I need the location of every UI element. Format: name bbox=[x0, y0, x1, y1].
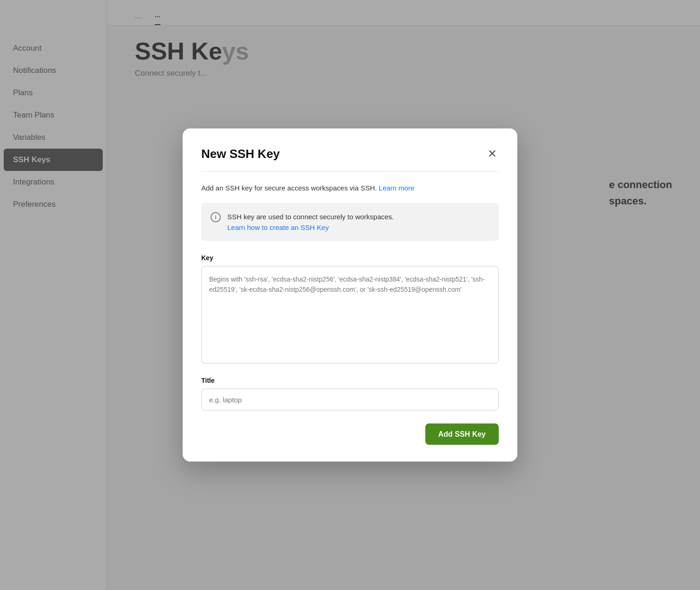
info-icon: i bbox=[211, 212, 221, 222]
modal-title: New SSH Key bbox=[201, 146, 280, 161]
modal-description: Add an SSH key for secure access workspa… bbox=[201, 183, 499, 194]
learn-more-link[interactable]: Learn more bbox=[379, 184, 415, 192]
key-field-label: Key bbox=[201, 254, 499, 262]
add-ssh-key-button[interactable]: Add SSH Key bbox=[425, 424, 499, 445]
info-box: i SSH key are used to connect securely t… bbox=[201, 203, 499, 241]
key-textarea[interactable] bbox=[201, 266, 499, 364]
info-text-content: SSH key are used to connect securely to … bbox=[227, 211, 394, 233]
title-field-label: Title bbox=[201, 377, 499, 384]
title-input[interactable] bbox=[201, 389, 499, 411]
learn-create-ssh-link[interactable]: Learn how to create an SSH Key bbox=[227, 223, 329, 231]
new-ssh-key-modal: New SSH Key ✕ Add an SSH key for secure … bbox=[183, 129, 517, 462]
modal-footer: Add SSH Key bbox=[201, 424, 499, 445]
modal-header: New SSH Key ✕ bbox=[201, 145, 499, 172]
close-button[interactable]: ✕ bbox=[486, 145, 499, 162]
close-icon: ✕ bbox=[488, 147, 497, 160]
